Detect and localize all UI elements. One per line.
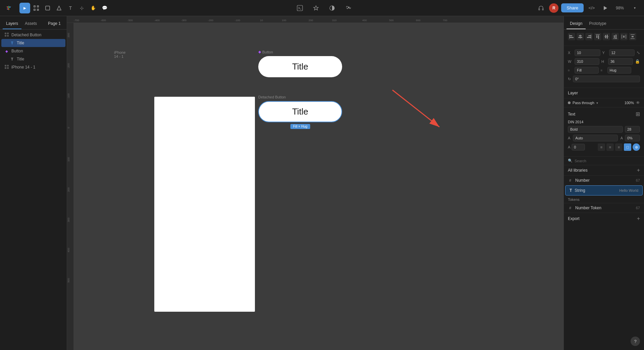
token-row-string[interactable]: T String Hello World: [565, 185, 643, 195]
mode-tool[interactable]: [327, 3, 337, 13]
token-row-number-token[interactable]: # Number Token 67: [564, 203, 644, 213]
svg-line-23: [392, 90, 439, 127]
code-view-btn[interactable]: </>: [586, 3, 597, 13]
align-right-btn[interactable]: [585, 33, 593, 40]
tab-design[interactable]: Design: [567, 18, 586, 29]
layer-item-iphone[interactable]: iPhone 14 - 1: [1, 63, 65, 71]
main-area: Layers Assets Page 1 Detached Button: [0, 16, 644, 350]
detached-button[interactable]: Title Fill × Hug: [258, 101, 342, 122]
help-button[interactable]: ?: [631, 337, 640, 346]
play-btn[interactable]: [600, 3, 610, 13]
blend-chevron-icon[interactable]: ▾: [596, 101, 598, 105]
align-middle-btn[interactable]: [603, 33, 610, 40]
blend-mode-text[interactable]: Pass through: [573, 101, 594, 105]
h-value[interactable]: 36: [608, 58, 633, 65]
select-tool[interactable]: ▸: [19, 3, 30, 13]
frame-tool[interactable]: [31, 3, 42, 13]
font-name[interactable]: DIN 2014: [568, 120, 640, 124]
search-input[interactable]: [575, 159, 640, 163]
button-comp-label: ◆ Button: [258, 50, 342, 54]
chevron-down-icon[interactable]: ▾: [629, 3, 640, 13]
align-top-btn[interactable]: [594, 33, 601, 40]
libraries-plus[interactable]: +: [637, 167, 640, 173]
user-avatar[interactable]: R: [549, 3, 558, 13]
text-align-left-btn[interactable]: ≡: [598, 143, 605, 151]
w-label: W: [568, 59, 573, 63]
button-title[interactable]: Title: [258, 56, 342, 77]
token-number-left: # Number: [568, 178, 590, 183]
link-tool[interactable]: [343, 3, 354, 13]
visibility-icon[interactable]: 👁: [636, 100, 640, 105]
svg-point-2: [9, 6, 11, 8]
comment-tool[interactable]: 💬: [99, 3, 110, 13]
text-clip-btn[interactable]: □: [624, 143, 631, 151]
line-height-percent[interactable]: 0%: [625, 135, 640, 141]
opacity-right: 100% 👁: [625, 100, 640, 105]
diamond-comp-icon: ◆: [258, 50, 261, 54]
hug-value[interactable]: Hug: [607, 67, 632, 74]
tab-prototype[interactable]: Prototype: [586, 18, 609, 29]
text-tool[interactable]: T: [65, 3, 76, 13]
font-props-row: Bold 28: [568, 126, 640, 133]
text-section-plus[interactable]: ⊞: [636, 111, 640, 117]
x-value[interactable]: 10: [575, 49, 600, 56]
pen-tool[interactable]: [54, 3, 64, 13]
y-value[interactable]: 12: [609, 49, 635, 56]
svg-rect-30: [588, 35, 591, 36]
hug-label-side: ≡: [601, 69, 605, 72]
fill-value[interactable]: Fill: [575, 67, 599, 74]
layer-detached-button-label: Detached Button: [11, 33, 41, 37]
tab-assets[interactable]: Assets: [21, 18, 40, 29]
shape-tool[interactable]: [42, 3, 53, 13]
line-height-row: A Auto A 0%: [568, 135, 640, 141]
layer-title-1-label: Title: [17, 41, 24, 45]
number-token-2-name: Number Token: [575, 206, 601, 210]
align-left-btn[interactable]: [568, 33, 575, 40]
distribute-h-btn[interactable]: [620, 33, 628, 40]
canvas-main[interactable]: iPhone 14 - 1 ◆ Button Title Detached Bu…: [74, 23, 564, 350]
headphone-icon[interactable]: [536, 3, 546, 13]
right-tabs: Design Prototype: [564, 16, 644, 30]
layer-item-title-1[interactable]: T Title: [1, 39, 65, 47]
text-align-center-btn[interactable]: ≡: [606, 143, 614, 151]
layer-item-detached-button[interactable]: Detached Button: [1, 31, 65, 39]
font-size[interactable]: 28: [625, 126, 640, 133]
layer-item-button[interactable]: ◆ Button: [1, 47, 65, 55]
iphone-frame[interactable]: [154, 97, 255, 312]
text-align-row: A 0 ≡ ≡ ≡ □ ⊛: [568, 143, 640, 151]
export-section: Export +: [564, 213, 644, 224]
line-height[interactable]: Auto: [573, 135, 618, 141]
layer-title: Layer: [568, 91, 578, 95]
svg-rect-5: [34, 6, 35, 7]
layer-item-title-2[interactable]: T Title: [1, 55, 65, 63]
token-row-number[interactable]: # Number 67: [564, 176, 644, 185]
font-weight[interactable]: Bold: [568, 126, 623, 133]
svg-rect-39: [614, 35, 615, 38]
letter-spacing-icon: A: [621, 136, 623, 140]
text-align-right-btn[interactable]: ≡: [615, 143, 623, 151]
zoom-level[interactable]: 98%: [613, 4, 627, 12]
distribute-v-btn[interactable]: [629, 33, 636, 40]
style-tool[interactable]: [311, 3, 321, 13]
hand-tool[interactable]: ✋: [88, 3, 99, 13]
figma-logo[interactable]: [4, 3, 13, 13]
letter-spacing-value[interactable]: 0: [572, 144, 585, 150]
align-bottom-btn[interactable]: [611, 33, 619, 40]
iphone-frame-icon: [4, 65, 9, 70]
code-tool[interactable]: [294, 3, 305, 13]
layer-button-label: Button: [11, 49, 23, 53]
text-options-btn[interactable]: ⊛: [633, 143, 640, 151]
diamond-icon: ◆: [4, 49, 9, 53]
w-value[interactable]: 310: [575, 58, 599, 65]
tab-layers[interactable]: Layers: [3, 18, 21, 29]
rotation-value[interactable]: 0°: [573, 76, 640, 82]
component-tool[interactable]: ⊹: [76, 3, 87, 13]
ruler-left: -300 -200 -100 0 100 200 300 400 500: [67, 23, 74, 350]
opacity-value[interactable]: 100%: [625, 101, 634, 105]
tab-page[interactable]: Page 1: [45, 18, 64, 29]
share-button[interactable]: Share: [561, 3, 584, 12]
align-center-h-btn[interactable]: [577, 33, 584, 40]
sidebar-left: Layers Assets Page 1 Detached Button: [0, 16, 67, 350]
export-plus[interactable]: +: [637, 216, 640, 222]
x-label: X: [568, 51, 573, 55]
